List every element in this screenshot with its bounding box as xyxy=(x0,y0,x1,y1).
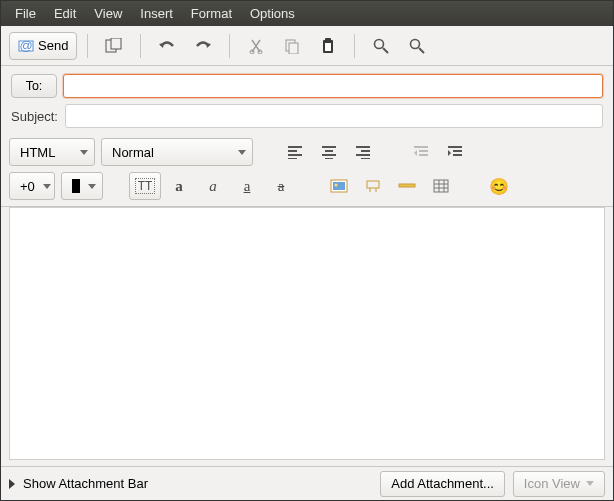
svg-rect-7 xyxy=(289,43,298,54)
menubar: File Edit View Insert Format Options xyxy=(1,1,613,26)
show-attachment-bar-label[interactable]: Show Attachment Bar xyxy=(23,476,148,491)
toolbar-separator xyxy=(87,34,88,58)
underline-button[interactable]: a xyxy=(231,172,263,200)
svg-rect-10 xyxy=(325,43,331,51)
image-icon xyxy=(330,179,348,193)
indent-icon xyxy=(447,145,463,159)
svg-point-11 xyxy=(375,39,384,48)
subject-row: Subject: xyxy=(11,104,603,128)
italic-icon: a xyxy=(209,178,217,195)
outdent-icon xyxy=(413,145,429,159)
attachment-view-label: Icon View xyxy=(524,476,580,491)
send-label: Send xyxy=(38,38,68,53)
font-size-label: +0 xyxy=(20,179,35,194)
scissors-icon xyxy=(249,38,263,54)
font-color-combo[interactable] xyxy=(61,172,103,200)
search-icon xyxy=(373,38,389,54)
format-mode-label: HTML xyxy=(20,145,55,160)
menu-view[interactable]: View xyxy=(86,3,130,24)
insert-emoticon-button[interactable]: 😊 xyxy=(483,172,515,200)
svg-rect-34 xyxy=(333,182,345,190)
to-button[interactable]: To: xyxy=(11,74,57,98)
subject-label: Subject: xyxy=(11,109,59,124)
align-right-button[interactable] xyxy=(347,138,379,166)
hrule-icon xyxy=(398,183,416,189)
undo-icon xyxy=(157,39,177,53)
svg-rect-3 xyxy=(111,38,121,49)
underline-icon: a xyxy=(244,178,251,195)
bold-icon: a xyxy=(175,178,183,195)
paragraph-style-combo[interactable]: Normal xyxy=(101,138,253,166)
undo-button[interactable] xyxy=(151,30,183,62)
find-button[interactable] xyxy=(365,30,397,62)
tt-icon: TT xyxy=(135,178,155,194)
insert-table-button[interactable] xyxy=(425,172,457,200)
svg-rect-40 xyxy=(434,180,448,192)
main-toolbar: @ Send xyxy=(1,26,613,66)
copy-icon xyxy=(284,38,300,54)
to-row: To: xyxy=(11,74,603,98)
align-left-icon xyxy=(287,145,303,159)
format-toolbar: HTML Normal +0 TT a a a a xyxy=(1,132,613,207)
send-button[interactable]: @ Send xyxy=(9,32,77,60)
svg-point-35 xyxy=(335,184,338,187)
chevron-down-icon xyxy=(80,150,88,155)
chevron-down-icon xyxy=(586,481,594,486)
svg-text:@: @ xyxy=(19,38,32,53)
format-mode-combo[interactable]: HTML xyxy=(9,138,95,166)
subject-input[interactable] xyxy=(65,104,603,128)
menu-format[interactable]: Format xyxy=(183,3,240,24)
to-input[interactable] xyxy=(63,74,603,98)
align-center-button[interactable] xyxy=(313,138,345,166)
outdent-button[interactable] xyxy=(405,138,437,166)
svg-line-14 xyxy=(419,48,424,53)
message-body-editor[interactable] xyxy=(9,207,605,460)
search-replace-icon xyxy=(409,38,425,54)
svg-rect-9 xyxy=(325,38,331,42)
menu-file[interactable]: File xyxy=(7,3,44,24)
anchor-link-icon xyxy=(364,179,382,193)
insert-link-button[interactable] xyxy=(357,172,389,200)
chevron-down-icon xyxy=(238,150,246,155)
add-attachment-label: Add Attachment... xyxy=(391,476,494,491)
find-replace-button[interactable] xyxy=(401,30,433,62)
paste-button[interactable] xyxy=(312,30,344,62)
svg-rect-36 xyxy=(367,181,379,188)
align-left-button[interactable] xyxy=(279,138,311,166)
align-center-icon xyxy=(321,145,337,159)
insert-image-button[interactable] xyxy=(323,172,355,200)
menu-options[interactable]: Options xyxy=(242,3,303,24)
menu-insert[interactable]: Insert xyxy=(132,3,181,24)
toolbar-separator xyxy=(140,34,141,58)
header-fields: To: Subject: xyxy=(1,66,613,132)
monospace-button[interactable]: TT xyxy=(129,172,161,200)
insert-rule-button[interactable] xyxy=(391,172,423,200)
paragraph-style-label: Normal xyxy=(112,145,154,160)
copy-button[interactable] xyxy=(276,30,308,62)
svg-line-12 xyxy=(383,48,388,53)
table-icon xyxy=(433,179,449,193)
toolbar-separator xyxy=(229,34,230,58)
align-right-icon xyxy=(355,145,371,159)
clipboard-icon xyxy=(321,38,335,54)
font-size-combo[interactable]: +0 xyxy=(9,172,55,200)
chevron-down-icon xyxy=(88,184,96,189)
new-window-button[interactable] xyxy=(98,30,130,62)
expand-triangle-icon[interactable] xyxy=(9,479,15,489)
chevron-down-icon xyxy=(43,184,51,189)
color-swatch xyxy=(72,179,80,193)
strikethrough-icon: a xyxy=(278,178,285,195)
toolbar-separator xyxy=(354,34,355,58)
menu-edit[interactable]: Edit xyxy=(46,3,84,24)
indent-button[interactable] xyxy=(439,138,471,166)
italic-button[interactable]: a xyxy=(197,172,229,200)
redo-button[interactable] xyxy=(187,30,219,62)
cut-button[interactable] xyxy=(240,30,272,62)
add-attachment-button[interactable]: Add Attachment... xyxy=(380,471,505,497)
svg-point-13 xyxy=(411,39,420,48)
mail-send-icon: @ xyxy=(18,38,34,54)
smiley-icon: 😊 xyxy=(489,177,509,196)
bold-button[interactable]: a xyxy=(163,172,195,200)
attachment-view-combo[interactable]: Icon View xyxy=(513,471,605,497)
strikethrough-button[interactable]: a xyxy=(265,172,297,200)
